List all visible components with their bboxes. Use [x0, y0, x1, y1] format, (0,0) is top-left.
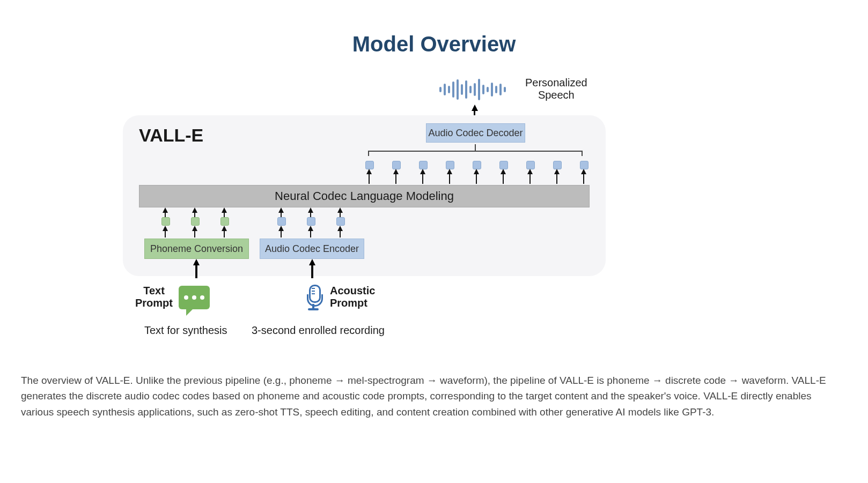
acoustic-prompt-sublabel: 3-second enrolled recording: [252, 324, 385, 337]
output-token: [526, 161, 535, 169]
output-token: [499, 161, 508, 169]
audio-codec-encoder-block: Audio Codec Encoder: [260, 239, 364, 259]
encoder-token: [307, 217, 315, 226]
phoneme-token: [191, 217, 200, 226]
output-token: [365, 161, 374, 169]
audio-codec-decoder-block: Audio Codec Decoder: [426, 123, 525, 143]
output-token: [553, 161, 562, 169]
text-prompt-label: Text Prompt: [133, 285, 175, 309]
output-token: [446, 161, 454, 169]
output-token: [580, 161, 589, 169]
caption-text: The overview of VALL-E. Unlike the previ…: [21, 373, 847, 420]
microphone-icon: [305, 285, 321, 310]
encoder-token: [336, 217, 345, 226]
phoneme-conversion-block: Phoneme Conversion: [144, 239, 249, 259]
diagram: Personalized Speech VALL-E Audio Codec D…: [123, 78, 745, 356]
waveform-icon: [439, 78, 506, 101]
acoustic-prompt-label: Acoustic Prompt: [330, 285, 375, 309]
phoneme-token: [220, 217, 229, 226]
output-token: [419, 161, 428, 169]
speech-bubble-icon: [179, 286, 210, 309]
output-token: [392, 161, 401, 169]
page-title: Model Overview: [0, 32, 868, 56]
phoneme-token: [161, 217, 170, 226]
output-label: Personalized Speech: [525, 77, 587, 101]
model-name-label: VALL-E: [139, 125, 203, 146]
output-token: [473, 161, 481, 169]
text-prompt-sublabel: Text for synthesis: [144, 324, 227, 337]
encoder-token: [277, 217, 286, 226]
neural-codec-lm-block: Neural Codec Language Modeling: [139, 185, 590, 207]
